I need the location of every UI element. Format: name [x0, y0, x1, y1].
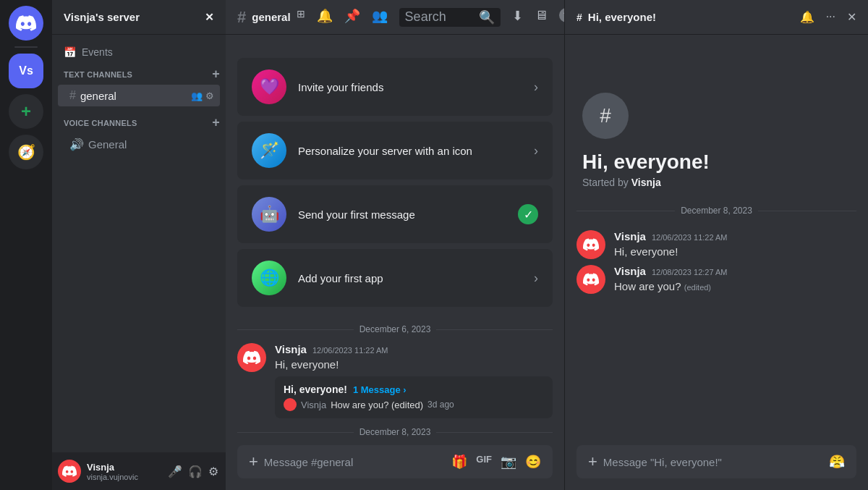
started-by-text: Started by [582, 177, 629, 188]
message-placeholder: Message #general [264, 456, 353, 468]
thread-channel-icon: # [582, 93, 629, 139]
explore-icon: 🧭 [17, 143, 35, 161]
main-chat: # general ⊞ 🔔 📌 👥 Search 🔍 ⬇ 🖥 ? 💜 Inv [226, 0, 564, 490]
search-icon: 🔍 [479, 9, 495, 25]
chat-messages: 💜 Invite your friends › 🪄 Personalize yo… [226, 35, 564, 445]
members-icon[interactable]: 👥 [191, 90, 203, 101]
thread-panel: # Hi, everyone! 🔔 ··· ✕ # Hi, everyone! … [564, 0, 868, 490]
user-info: Visnja visnja.vujnovic [87, 462, 161, 481]
chat-header-actions: ⊞ 🔔 📌 👥 Search 🔍 ⬇ 🖥 ? [297, 8, 574, 27]
onboarding-card-first-message[interactable]: 🤖 Send your first message ✓ [237, 185, 553, 243]
thread-intro-subtitle: Started by Visnja [582, 177, 661, 188]
thread-avatar-2 [576, 265, 605, 294]
thread-more-icon[interactable]: ··· [826, 10, 835, 24]
channel-name-voice-general: General [88, 138, 127, 151]
thread-preview-user: Visnja [301, 400, 326, 410]
server-initial: Vs [19, 64, 33, 77]
thread-input-field[interactable]: Message "Hi, everyone!" [603, 456, 823, 468]
thread-message-content-2: Visnja 12/08/2023 12:27 AM How are you? … [614, 265, 856, 294]
server-name: Visnja's server [64, 11, 140, 23]
discord-home-button[interactable] [9, 6, 43, 41]
mic-icon[interactable]: 🎤 [166, 463, 184, 480]
hash-icon: # [69, 89, 76, 102]
first-message-icon: 🤖 [252, 197, 286, 232]
headphones-icon[interactable]: 🎧 [187, 463, 204, 480]
add-attachment-button[interactable]: + [249, 452, 258, 471]
events-label: Events [82, 46, 113, 58]
add-voice-channel-button[interactable]: + [212, 115, 220, 130]
voice-channels-label: VOICE CHANNELS [64, 119, 137, 127]
chat-header: # general ⊞ 🔔 📌 👥 Search 🔍 ⬇ 🖥 ? [226, 0, 564, 35]
thread-ago: 3d ago [427, 400, 454, 410]
message-header-dec6: Visnja 12/06/2023 11:22 AM [275, 343, 553, 355]
onboarding-card-first-app[interactable]: 🌐 Add your first app › [237, 249, 553, 307]
search-bar[interactable]: Search 🔍 [399, 8, 501, 27]
message-author-visnja: Visnja [275, 343, 307, 355]
onboarding-card-invite[interactable]: 💜 Invite your friends › [237, 58, 553, 116]
channel-item-voice-general[interactable]: 🔊 General [58, 133, 220, 156]
threads-icon[interactable]: ⊞ [297, 8, 305, 27]
thread-close-icon[interactable]: ✕ [847, 10, 856, 24]
onboarding-cards: 💜 Invite your friends › 🪄 Personalize yo… [226, 46, 564, 318]
channel-name-general: general [80, 90, 116, 102]
personalize-arrow-icon: › [534, 143, 538, 159]
thread-count-link[interactable]: 1 Message › [353, 384, 407, 395]
channel-sidebar: Visnja's server ✕ 📅 Events TEXT CHANNELS… [52, 0, 226, 490]
settings-icon[interactable]: ⚙ [207, 463, 220, 480]
thread-msg2-header: Visnja 12/08/2023 12:27 AM [614, 265, 856, 277]
gif-button[interactable]: GIF [476, 454, 492, 470]
thread-avatar-1 [576, 230, 605, 259]
user-avatar [58, 460, 81, 483]
gift-icon[interactable]: 🎁 [451, 454, 467, 470]
date-separator-dec8: December 8, 2023 [226, 421, 564, 443]
events-item[interactable]: 📅 Events [52, 41, 226, 64]
notifications-icon[interactable]: 🔔 [317, 8, 333, 27]
voice-channels-header[interactable]: VOICE CHANNELS + [52, 112, 226, 133]
explore-servers-button[interactable]: 🧭 [9, 135, 43, 169]
message-text-hi: Hi, everyone! [275, 357, 553, 372]
sticker-icon[interactable]: 📷 [501, 454, 516, 470]
server-icon-visnja[interactable]: Vs [9, 54, 43, 88]
add-icon: + [21, 101, 31, 122]
thread-msg1-header: Visnja 12/06/2023 11:22 AM [614, 230, 856, 242]
thread-preview[interactable]: Hi, everyone! 1 Message › Visnja How are… [275, 376, 553, 418]
thread-msg1-author: Visnja [614, 230, 646, 242]
thread-preview-avatar [284, 398, 297, 411]
onboarding-card-personalize[interactable]: 🪄 Personalize your server with an icon › [237, 122, 553, 179]
thread-emoji-icon[interactable]: 😤 [829, 454, 845, 470]
calendar-icon: 📅 [64, 46, 76, 58]
message-input-field[interactable]: Message #general [264, 456, 446, 468]
stream-icon[interactable]: 🖥 [535, 8, 548, 27]
thread-message-content-1: Visnja 12/06/2023 11:22 AM Hi, everyone! [614, 230, 856, 259]
thread-msg2-timestamp: 12/08/2023 12:27 AM [652, 268, 728, 276]
speaker-icon: 🔊 [69, 138, 84, 151]
server-list: Vs + 🧭 [0, 0, 52, 490]
thread-add-button[interactable]: + [588, 452, 597, 471]
message-input-area: + Message #general 🎁 GIF 📷 😊 [226, 445, 564, 490]
server-header[interactable]: Visnja's server ✕ [52, 0, 226, 35]
thread-bell-icon[interactable]: 🔔 [800, 10, 814, 24]
invite-card-label: Invite your friends [298, 81, 522, 93]
user-controls: 🎤 🎧 ⚙ [166, 463, 220, 480]
channel-item-general[interactable]: # general 👥 ⚙ [58, 85, 220, 106]
thread-msg1-text: Hi, everyone! [614, 244, 856, 259]
text-channels-label: TEXT CHANNELS [64, 70, 132, 79]
members-list-icon[interactable]: 👥 [372, 8, 388, 27]
gear-icon[interactable]: ⚙ [205, 90, 214, 101]
first-message-checkmark: ✓ [518, 204, 538, 224]
message-content-dec6: Visnja 12/06/2023 11:22 AM Hi, everyone!… [275, 343, 553, 418]
invite-arrow-icon: › [534, 80, 538, 95]
inbox-icon[interactable]: ⬇ [512, 8, 523, 27]
thread-date: December 8, 2023 [681, 206, 752, 216]
thread-msg2-text: How are you? (edited) [614, 279, 856, 294]
add-server-button[interactable]: + [9, 94, 43, 129]
add-text-channel-button[interactable]: + [212, 67, 220, 82]
emoji-icon[interactable]: 😊 [525, 454, 541, 470]
edited-label: (edited) [684, 283, 711, 292]
thread-panel-title: Hi, everyone! [588, 11, 656, 23]
pin-icon[interactable]: 📌 [344, 8, 360, 27]
thread-messages: Visnja 12/06/2023 11:22 AM Hi, everyone!… [565, 221, 868, 445]
thread-msg2-author: Visnja [614, 265, 646, 277]
text-channels-header[interactable]: TEXT CHANNELS + [52, 64, 226, 85]
thread-intro-title: Hi, everyone! [582, 151, 710, 174]
